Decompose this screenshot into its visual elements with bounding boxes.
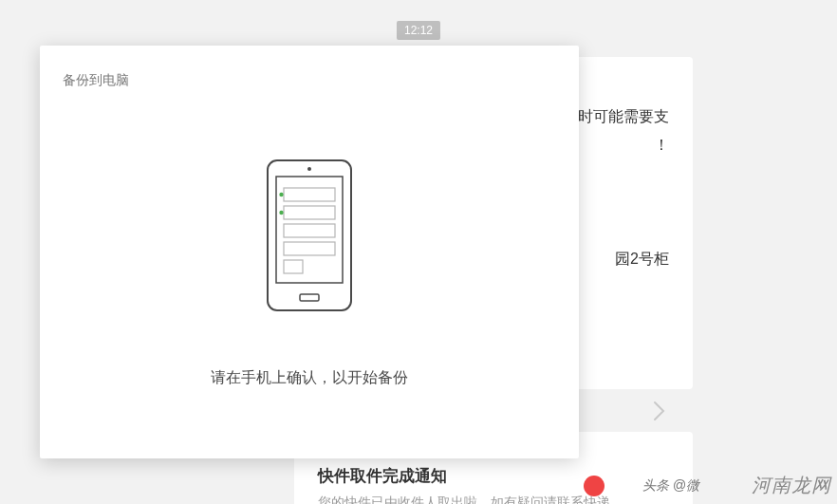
- watermark-avatar-icon: [584, 476, 604, 496]
- pickup-title: 快件取件完成通知: [318, 465, 669, 487]
- svg-rect-6: [284, 206, 335, 219]
- chevron-right-icon[interactable]: [653, 401, 666, 431]
- svg-rect-1: [276, 177, 343, 283]
- svg-point-5: [279, 193, 283, 196]
- svg-point-7: [279, 211, 283, 215]
- bg-text-fragment: 园2号柜: [615, 245, 669, 273]
- modal-instruction: 请在手机上确认，以开始备份: [40, 368, 579, 388]
- svg-rect-4: [284, 188, 335, 201]
- modal-title: 备份到电脑: [63, 72, 129, 89]
- bg-text-fragment: ！: [654, 131, 669, 159]
- svg-rect-9: [284, 242, 335, 255]
- svg-rect-0: [268, 160, 351, 310]
- watermark-site: 河南龙网: [752, 473, 831, 498]
- svg-rect-10: [284, 260, 303, 273]
- svg-point-2: [307, 167, 311, 171]
- pickup-subtitle: 您的快件已由收件人取出啦，如有疑问请联系快递: [318, 495, 669, 504]
- bg-text-fragment: 时可能需要支: [578, 103, 669, 131]
- time-badge: 12:12: [397, 21, 440, 40]
- phone-illustration-icon: [267, 159, 352, 315]
- backup-modal: 备份到电脑 请在手机上确认，以开始备份: [40, 46, 579, 458]
- svg-rect-8: [284, 224, 335, 237]
- watermark-attribution: 头条 @微: [642, 477, 699, 495]
- svg-rect-3: [300, 294, 319, 301]
